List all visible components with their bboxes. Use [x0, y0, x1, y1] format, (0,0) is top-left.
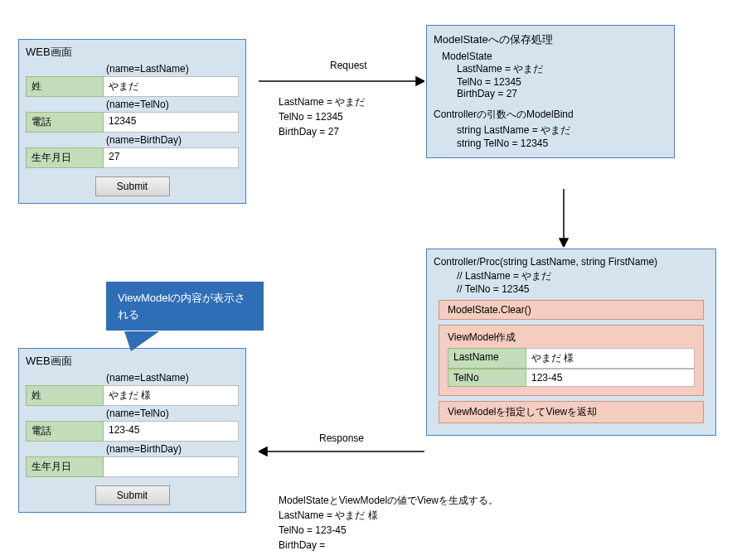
- vm-lastname-row: LastName やまだ 様: [448, 348, 695, 369]
- vm-telno-val: 123-45: [526, 369, 695, 387]
- response-l2: TelNo = 123-45: [279, 523, 498, 538]
- form1-birthday-input[interactable]: 27: [104, 147, 239, 168]
- vm-telno-row: TelNo 123-45: [448, 369, 695, 387]
- viewmodel-title: ViewModel作成: [448, 331, 695, 345]
- form2-lastname-note: (name=LastName): [106, 372, 245, 384]
- viewmodel-table: LastName やまだ 様 TelNo 123-45: [448, 348, 695, 387]
- web-form-2: WEB画面 (name=LastName) 姓 やまだ 様 (name=TelN…: [18, 348, 246, 513]
- response-gen: ModelStateとViewModelの値でViewを生成する。: [279, 493, 498, 508]
- form1-birthday-label: 生年月日: [26, 147, 104, 168]
- form1-title: WEB画面: [26, 45, 245, 60]
- form1-telno-label: 電話: [26, 112, 104, 133]
- form2-telno-note: (name=TelNo): [106, 408, 245, 419]
- modelstate-title: ModelStateへの保存処理: [434, 32, 674, 47]
- response-body: ModelStateとViewModelの値でViewを生成する。 LastNa…: [279, 493, 498, 553]
- callout-tail-icon: [124, 331, 159, 351]
- form2-lastname-label: 姓: [26, 385, 104, 406]
- svg-marker-1: [416, 77, 424, 85]
- request-label: Request: [330, 58, 367, 73]
- request-l2: TelNo = 12345: [279, 109, 365, 124]
- form1-lastname-note: (name=LastName): [106, 63, 245, 75]
- form2-telno-row: 電話 123-45: [26, 421, 239, 442]
- request-l3: BirthDay = 27: [279, 124, 365, 139]
- form2-lastname-row: 姓 やまだ 様: [26, 385, 239, 406]
- form1-birthday-note: (name=BirthDay): [106, 134, 245, 146]
- form2-submit-button[interactable]: Submit: [95, 485, 170, 505]
- controller-c2: // TelNo = 12345: [457, 283, 715, 295]
- form2-birthday-input[interactable]: [104, 456, 239, 477]
- request-body: LastName = やまだ TelNo = 12345 BirthDay = …: [279, 94, 365, 139]
- form1-submit-button[interactable]: Submit: [95, 176, 170, 196]
- form1-telno-note: (name=TelNo): [106, 99, 245, 110]
- vm-lastname-val: やまだ 様: [526, 348, 695, 369]
- form2-telno-input[interactable]: 123-45: [104, 421, 239, 442]
- form1-birthday-row: 生年月日 27: [26, 147, 239, 168]
- response-l3: BirthDay =: [279, 538, 498, 553]
- controller-panel: Controller/Proc(string LastName, string …: [426, 249, 716, 436]
- modelstate-l2: TelNo = 12345: [457, 76, 674, 88]
- form2-telno-label: 電話: [26, 421, 104, 442]
- viewmodel-box: ViewModel作成 LastName やまだ 様 TelNo 123-45: [439, 325, 704, 396]
- vm-telno-key: TelNo: [448, 369, 526, 387]
- modelstate-l3: BirthDay = 27: [457, 88, 674, 99]
- form1-lastname-label: 姓: [26, 76, 104, 97]
- response-label: Response: [319, 431, 364, 446]
- modelstate-sub: ModelState: [442, 51, 674, 62]
- modelbind-l1: string LastName = やまだ: [457, 123, 674, 138]
- svg-marker-3: [560, 239, 568, 247]
- modelstate-clear-box: ModelState.Clear(): [439, 300, 704, 320]
- web-form-1: WEB画面 (name=LastName) 姓 やまだ (name=TelNo)…: [18, 39, 246, 204]
- modelstate-panel: ModelStateへの保存処理 ModelState LastName = や…: [426, 25, 675, 158]
- form1-lastname-input[interactable]: やまだ: [104, 76, 239, 97]
- request-l1: LastName = やまだ: [279, 94, 365, 109]
- request-arrow: [259, 73, 424, 89]
- form2-birthday-label: 生年月日: [26, 456, 104, 477]
- response-l1: LastName = やまだ 様: [279, 508, 498, 523]
- controller-c1: // LastName = やまだ: [457, 269, 715, 283]
- return-view-box: ViewModelを指定してViewを返却: [439, 401, 704, 423]
- modelbind-title: Controllerの引数へのModelBind: [434, 108, 674, 122]
- form1-telno-input[interactable]: 12345: [104, 112, 239, 133]
- form2-birthday-row: 生年月日: [26, 456, 239, 477]
- response-arrow: [259, 443, 424, 460]
- svg-marker-5: [259, 447, 267, 456]
- form1-lastname-row: 姓 やまだ: [26, 76, 239, 97]
- callout: ViewModelの内容が表示される: [106, 282, 264, 331]
- controller-sig: Controller/Proc(string LastName, string …: [434, 256, 715, 268]
- modelstate-l1: LastName = やまだ: [457, 62, 674, 76]
- callout-text: ViewModelの内容が表示される: [118, 292, 245, 321]
- modelstate-to-controller-arrow: [555, 189, 572, 247]
- form2-lastname-input[interactable]: やまだ 様: [104, 385, 239, 406]
- vm-lastname-key: LastName: [448, 348, 526, 369]
- form2-title: WEB画面: [26, 354, 245, 369]
- form1-telno-row: 電話 12345: [26, 112, 239, 133]
- modelbind-l2: string TelNo = 12345: [457, 138, 674, 149]
- form2-birthday-note: (name=BirthDay): [106, 443, 245, 455]
